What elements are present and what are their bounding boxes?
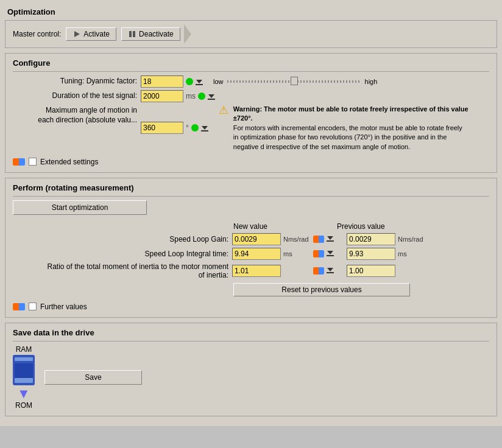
- svg-rect-10: [327, 240, 334, 242]
- speed-gain-new-unit: Nms/rad: [283, 236, 311, 243]
- speed-gain-new-input[interactable]: [232, 233, 281, 245]
- ram-to-rom-arrow: ▼: [17, 387, 30, 401]
- deactivate-label: Deactivate: [139, 30, 174, 38]
- svg-rect-6: [208, 99, 215, 100]
- svg-marker-0: [74, 31, 80, 37]
- speed-integral-toggle: [313, 250, 324, 257]
- slider-high-label: high: [365, 78, 378, 85]
- inertia-ratio-toggle: [313, 267, 324, 275]
- speed-integral-new-unit: ms: [283, 250, 311, 257]
- deactivate-icon: [128, 30, 136, 38]
- speed-gain-download[interactable]: [326, 234, 334, 244]
- svg-marker-7: [202, 126, 208, 130]
- new-value-header: New value: [233, 222, 325, 231]
- activate-icon: [72, 30, 81, 38]
- tuning-download-icon[interactable]: [195, 77, 203, 86]
- rom-label: ROM: [15, 401, 32, 410]
- speed-gain-prev-input[interactable]: [347, 233, 395, 245]
- tuning-dot: [186, 78, 193, 85]
- speed-integral-download[interactable]: [326, 248, 334, 259]
- master-control-label: Master control:: [13, 30, 61, 38]
- duration-label: Duration of the test signal:: [13, 91, 141, 101]
- save-button[interactable]: Save: [44, 370, 142, 385]
- tuning-slider-track[interactable]: [227, 80, 361, 83]
- extended-checkbox[interactable]: [29, 158, 37, 166]
- max-angle-label: Maximum angle of motion ineach direction…: [13, 105, 141, 125]
- tuning-input[interactable]: [141, 75, 183, 88]
- svg-rect-8: [201, 130, 208, 131]
- svg-rect-12: [327, 255, 334, 256]
- save-btn-label: Save: [85, 373, 101, 382]
- warning-text: Warning: The motor must be able to rotat…: [233, 105, 468, 152]
- ram-label: RAM: [16, 345, 32, 354]
- svg-rect-4: [196, 84, 203, 85]
- speed-integral-label: Speed Loop Integral time:: [13, 250, 232, 258]
- extended-toggle-color: [13, 158, 25, 166]
- inertia-ratio-new-input[interactable]: [232, 265, 281, 277]
- start-btn-label: Start optimization: [52, 203, 108, 212]
- svg-rect-2: [133, 31, 135, 37]
- further-values-label: Further values: [40, 303, 87, 311]
- reset-button[interactable]: Reset to previous values: [233, 283, 410, 296]
- drive-icon: [13, 355, 35, 385]
- svg-marker-9: [327, 236, 333, 240]
- further-checkbox[interactable]: [29, 303, 37, 310]
- angle-download-icon[interactable]: [200, 124, 209, 132]
- speed-integral-prev-input[interactable]: [347, 248, 395, 260]
- speed-gain-toggle: [313, 236, 324, 243]
- inertia-ratio-download[interactable]: [326, 265, 334, 276]
- duration-input[interactable]: [141, 90, 183, 102]
- tuning-slider-thumb[interactable]: [291, 77, 298, 85]
- activate-button[interactable]: Activate: [66, 27, 116, 41]
- prev-value-header: Previous value: [337, 222, 385, 231]
- extended-settings-label: Extended settings: [40, 158, 98, 166]
- reset-btn-label: Reset to previous values: [281, 285, 361, 294]
- configure-section-title: Configure: [13, 58, 489, 68]
- deactivate-button[interactable]: Deactivate: [121, 27, 180, 41]
- further-toggle-color: [13, 303, 25, 310]
- save-section-title: Save data in the drive: [13, 328, 489, 337]
- svg-rect-14: [327, 272, 334, 273]
- max-angle-input[interactable]: [141, 122, 183, 134]
- slider-low-label: low: [213, 78, 224, 85]
- activate-label: Activate: [83, 30, 110, 38]
- speed-integral-prev-unit: ms: [398, 250, 425, 257]
- duration-unit: ms: [186, 92, 196, 100]
- duration-dot: [198, 93, 205, 100]
- speed-gain-label: Speed Loop Gain:: [13, 235, 232, 243]
- speed-gain-prev-unit: Nms/rad: [398, 236, 425, 243]
- ram-rom-group: RAM ▼ ROM: [13, 345, 35, 410]
- angle-dot: [191, 124, 199, 131]
- svg-marker-5: [208, 94, 214, 98]
- angle-unit: °: [186, 124, 189, 132]
- speed-integral-new-input[interactable]: [232, 248, 281, 260]
- perform-section-title: Perform (rotating measurement): [13, 183, 489, 192]
- tuning-label: Tuning: Dyanmic factor:: [13, 77, 141, 86]
- svg-rect-1: [129, 31, 132, 37]
- duration-download-icon[interactable]: [207, 92, 216, 100]
- svg-marker-13: [327, 268, 333, 271]
- arrow-decoration: [184, 24, 191, 44]
- warning-icon: ⚠: [219, 105, 228, 116]
- inertia-ratio-prev-input[interactable]: [347, 265, 395, 277]
- svg-marker-3: [196, 80, 202, 83]
- svg-marker-11: [327, 251, 333, 254]
- page-title: Optimization: [7, 7, 55, 16]
- inertia-ratio-label: Ratio of the total moment of inertia to …: [13, 262, 232, 279]
- start-optimization-button[interactable]: Start optimization: [13, 200, 147, 215]
